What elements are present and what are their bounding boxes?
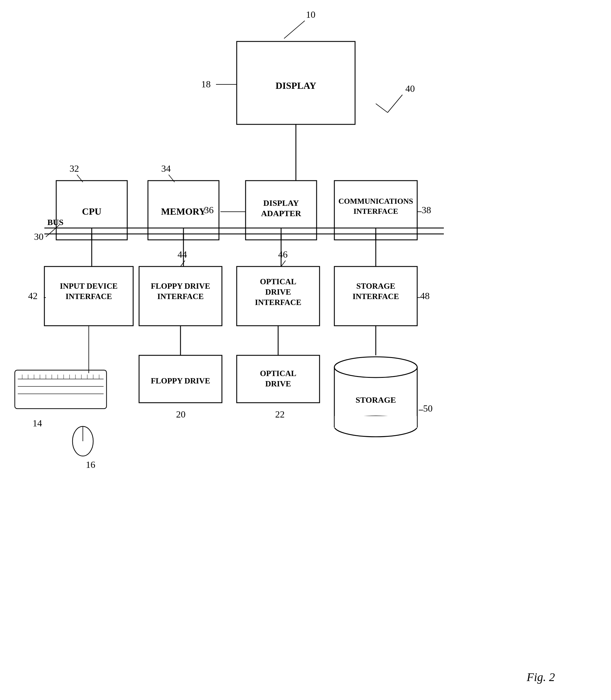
svg-line-22 [281,261,285,266]
optical-interface-label2: DRIVE [265,288,291,296]
input-device-label2: INTERFACE [65,292,112,301]
ref-30: 30 [34,231,44,242]
cpu-label: CPU [82,206,102,217]
ref-22: 22 [275,409,285,420]
storage-interface-label2: INTERFACE [353,292,399,301]
storage-cylinder-bottom [334,416,417,437]
diagram: 10 DISPLAY 18 40 CPU 32 MEMORY 34 DISPLA… [0,0,611,700]
ref-32: 32 [70,163,79,174]
ref-50: 50 [423,403,433,414]
input-device-label1: INPUT DEVICE [60,281,118,291]
bus-label: BUS [47,218,63,227]
svg-line-6 [169,175,175,182]
optical-drive-label1: OPTICAL [260,369,296,378]
optical-interface-label3: INTERFACE [255,298,301,307]
floppy-drive-box [139,355,222,403]
floppy-interface-box [139,266,222,326]
ref-48: 48 [420,291,430,301]
ref-14: 14 [32,418,42,428]
memory-box [148,180,219,240]
ref-34: 34 [161,163,171,174]
display-adapter-label2: ADAPTER [261,209,301,218]
input-device-interface-box [44,266,133,326]
storage-cover [334,416,417,428]
ref-10: 10 [306,9,315,20]
keyboard [15,370,106,409]
floppy-interface-label2: INTERFACE [157,292,204,301]
optical-drive-label2: DRIVE [265,379,291,388]
ref-20: 20 [176,409,185,420]
mouse [73,426,93,456]
comms-label1: COMMUNICATIONS [339,197,413,205]
figure-label: Fig. 2 [526,670,555,684]
ref-38: 38 [422,205,431,215]
display-box [237,42,355,125]
cpu-box [56,180,127,240]
display-label: DISPLAY [275,80,316,91]
optical-drive-box [237,355,319,403]
storage-interface-label1: STORAGE [356,281,395,291]
storage-label: STORAGE [356,395,396,405]
storage-cylinder-top [334,357,417,378]
ref-42: 42 [28,291,38,301]
diagram-svg: 10 DISPLAY 18 40 CPU 32 MEMORY 34 DISPLA… [0,0,611,700]
svg-line-3 [376,104,388,113]
comms-interface-box [334,180,417,240]
memory-label: MEMORY [161,206,206,217]
svg-line-21 [180,261,185,266]
svg-line-9 [46,225,59,237]
ref-46: 46 [278,249,287,260]
ref-16: 16 [86,459,95,470]
storage-interface-box [334,266,417,326]
optical-interface-box [237,266,319,326]
svg-line-0 [284,21,305,39]
ref-36: 36 [204,205,214,215]
svg-line-5 [77,175,83,182]
comms-label2: INTERFACE [353,207,398,216]
storage-cylinder-body [334,367,417,426]
floppy-drive-label: FLOPPY DRIVE [151,376,210,385]
display-adapter-box [245,180,317,240]
svg-line-2 [388,95,402,113]
ref-40: 40 [405,83,415,94]
optical-interface-label1: OPTICAL [260,277,296,286]
display-adapter-label: DISPLAY [263,199,299,207]
floppy-interface-label1: FLOPPY DRIVE [151,281,210,291]
ref-44: 44 [178,249,187,260]
ref-18: 18 [201,79,211,89]
